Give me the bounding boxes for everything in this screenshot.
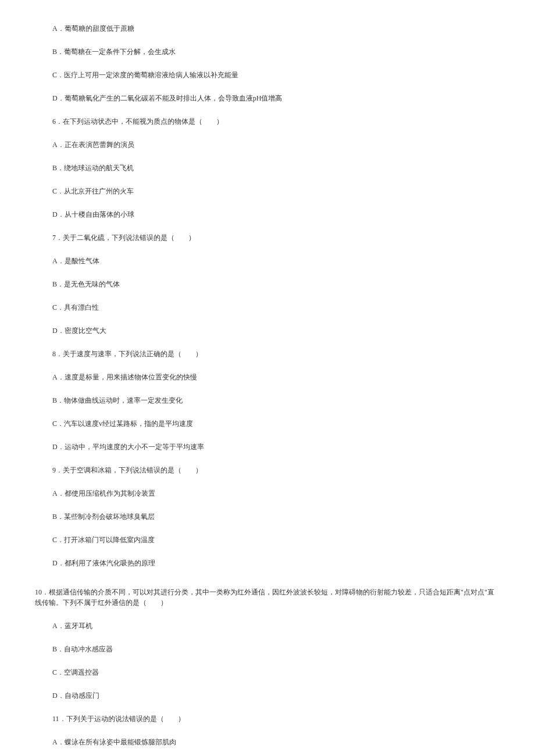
text-line: A．蝶泳在所有泳姿中最能锻炼腿部肌肉 — [52, 737, 500, 747]
text-line: 10．根据通信传输的介质不同，可以对其进行分类，其中一类称为红外通信，因红外波波… — [35, 587, 500, 608]
text-line: 11．下列关于运动的说法错误的是（ ） — [52, 714, 500, 724]
text-line: C．打开冰箱门可以降低室内温度 — [52, 535, 500, 545]
text-line: D．密度比空气大 — [52, 325, 500, 336]
text-line: B．某些制冷剂会破坏地球臭氧层 — [52, 511, 500, 522]
text-line: A．都使用压缩机作为其制冷装置 — [52, 488, 500, 499]
text-line: A．是酸性气体 — [52, 256, 500, 266]
text-line: C．汽车以速度v经过某路标，指的是平均速度 — [52, 418, 500, 429]
text-line: C．医疗上可用一定浓度的葡萄糖溶液给病人输液以补充能量 — [52, 70, 500, 80]
text-line: A．葡萄糖的甜度低于蔗糖 — [52, 23, 500, 34]
text-line: C．具有漂白性 — [52, 302, 500, 313]
text-line: A．蓝牙耳机 — [52, 621, 500, 631]
text-line: 7．关于二氧化硫，下列说法错误的是（ ） — [52, 232, 500, 243]
text-line: 6．在下列运动状态中，不能视为质点的物体是（ ） — [52, 116, 500, 127]
text-line: B．是无色无味的气体 — [52, 279, 500, 289]
text-line: D．自动感应门 — [52, 690, 500, 701]
text-line: B．绕地球运动的航天飞机 — [52, 163, 500, 173]
text-line: C．空调遥控器 — [52, 667, 500, 678]
text-line: A．正在表演芭蕾舞的演员 — [52, 139, 500, 150]
text-line: D．从十楼自由落体的小球 — [52, 209, 500, 220]
text-line: C．从北京开往广州的火车 — [52, 186, 500, 196]
text-line: B．葡萄糖在一定条件下分解，会生成水 — [52, 46, 500, 57]
text-line: 9．关于空调和冰箱，下列说法错误的是（ ） — [52, 465, 500, 475]
text-line: 8．关于速度与速率，下列说法正确的是（ ） — [52, 349, 500, 359]
text-line: D．运动中，平均速度的大小不一定等于平均速率 — [52, 442, 500, 452]
text-line: B．物体做曲线运动时，速率一定发生变化 — [52, 395, 500, 406]
text-line: B．自动冲水感应器 — [52, 644, 500, 654]
text-line: D．都利用了液体汽化吸热的原理 — [52, 558, 500, 568]
text-line: A．速度是标量，用来描述物体位置变化的快慢 — [52, 372, 500, 382]
text-line: D．葡萄糖氧化产生的二氧化碳若不能及时排出人体，会导致血液pH值增高 — [52, 93, 500, 103]
